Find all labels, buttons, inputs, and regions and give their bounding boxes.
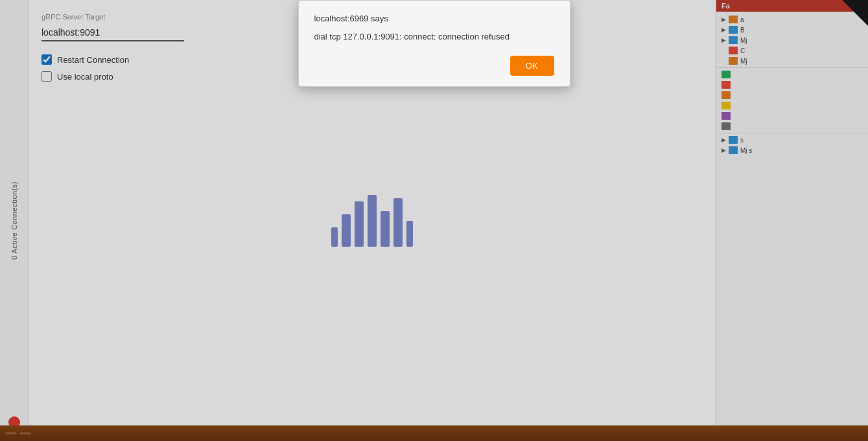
dialog-actions: OK [314, 56, 554, 76]
dialog-box: localhost:6969 says dial tcp 127.0.0.1:9… [298, 0, 570, 87]
dialog-message: dial tcp 127.0.0.1:9091: connect: connec… [314, 31, 554, 43]
dialog-overlay: localhost:6969 says dial tcp 127.0.0.1:9… [0, 0, 868, 441]
dialog-ok-button[interactable]: OK [510, 56, 554, 76]
dialog-title: localhost:6969 says [314, 14, 554, 23]
